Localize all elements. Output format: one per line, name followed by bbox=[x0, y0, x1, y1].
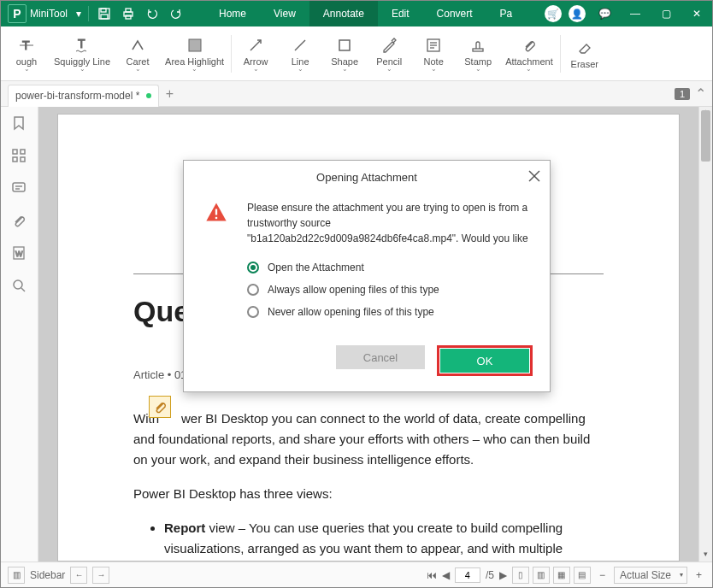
svg-text:T: T bbox=[78, 37, 85, 50]
menu-view[interactable]: View bbox=[260, 1, 309, 26]
svg-rect-22 bbox=[13, 183, 25, 191]
svg-line-28 bbox=[21, 288, 25, 291]
svg-line-11 bbox=[295, 40, 305, 50]
left-sidebar: W bbox=[1, 107, 38, 562]
dialog-close-button[interactable] bbox=[527, 169, 541, 183]
scroll-down-icon[interactable]: ▾ bbox=[699, 550, 712, 562]
list-item: Report view – You can use queries that y… bbox=[164, 518, 604, 562]
first-page-icon[interactable]: ⏮ bbox=[427, 569, 437, 581]
collapse-ribbon-button[interactable]: ⌃ bbox=[695, 85, 712, 102]
close-button[interactable]: ✕ bbox=[681, 1, 712, 26]
svg-text:W: W bbox=[15, 250, 23, 258]
paragraph: Power BI Desktop has three views: bbox=[133, 484, 604, 504]
search-icon[interactable] bbox=[11, 278, 28, 295]
word-export-icon[interactable]: W bbox=[11, 245, 28, 262]
option-never-allow[interactable]: Never allow opening files of this type bbox=[247, 306, 529, 318]
radio-icon bbox=[247, 306, 259, 318]
page-input[interactable] bbox=[455, 567, 480, 583]
next-page-icon[interactable]: ▶ bbox=[499, 569, 507, 581]
menu-annotate[interactable]: Annotate bbox=[309, 1, 378, 26]
undo-icon[interactable] bbox=[140, 1, 164, 26]
menu-edit[interactable]: Edit bbox=[378, 1, 423, 26]
app-logo: P bbox=[8, 4, 27, 23]
radio-icon bbox=[247, 262, 259, 273]
feedback-icon[interactable]: 💬 bbox=[589, 1, 620, 26]
tool-arrow[interactable]: Arrow⌄ bbox=[233, 28, 278, 79]
attachments-icon[interactable] bbox=[11, 213, 28, 230]
sidebar-label: Sidebar bbox=[30, 569, 65, 581]
option-open-attachment[interactable]: Open the Attachment bbox=[247, 262, 529, 273]
svg-rect-12 bbox=[339, 40, 350, 50]
tool-stamp[interactable]: Stamp⌄ bbox=[456, 28, 500, 79]
prev-page-icon[interactable]: ◀ bbox=[442, 569, 450, 581]
svg-rect-19 bbox=[21, 150, 25, 154]
title-bar: P MiniTool ▾ Home View Annotate Edit Con… bbox=[1, 1, 712, 26]
tool-area-highlight[interactable]: Area Highlight⌄ bbox=[160, 28, 229, 79]
nav-back-button[interactable]: ← bbox=[70, 567, 87, 584]
unsaved-dot-icon bbox=[146, 93, 151, 98]
scroll-thumb[interactable] bbox=[701, 110, 710, 162]
comments-icon[interactable] bbox=[11, 180, 28, 197]
new-tab-button[interactable]: + bbox=[159, 86, 180, 102]
view-single-icon[interactable]: ▯ bbox=[512, 567, 529, 584]
bookmark-icon[interactable] bbox=[11, 115, 28, 132]
redo-icon[interactable] bbox=[164, 1, 188, 26]
tool-attachment[interactable]: Attachment⌄ bbox=[500, 28, 558, 79]
tool-shape[interactable]: Shape⌄ bbox=[322, 28, 367, 79]
ribbon-toolbar: Tough⌄ TSquiggly Line⌄ Caret⌄ Area Highl… bbox=[1, 26, 712, 81]
page-total: /5 bbox=[486, 569, 494, 581]
tool-caret[interactable]: Caret⌄ bbox=[115, 28, 160, 79]
sidebar-toggle[interactable]: ▥ bbox=[8, 567, 25, 584]
svg-rect-1 bbox=[101, 9, 106, 12]
zoom-in-button[interactable]: + bbox=[692, 569, 705, 581]
print-icon[interactable] bbox=[116, 1, 140, 26]
status-bar: ▥ Sidebar ← → ⏮ ◀ /5 ▶ ▯ ▥ ▦ ▤ − Actual … bbox=[1, 562, 712, 587]
tool-strikethrough[interactable]: Tough⌄ bbox=[4, 28, 49, 79]
tool-squiggly[interactable]: TSquiggly Line⌄ bbox=[49, 28, 115, 79]
nav-forward-button[interactable]: → bbox=[92, 567, 109, 584]
dialog-title: Opening Attachment bbox=[184, 161, 550, 193]
opening-attachment-dialog: Opening Attachment Please ensure the att… bbox=[183, 160, 551, 392]
tool-line[interactable]: Line⌄ bbox=[278, 28, 322, 79]
attachment-marker[interactable] bbox=[149, 396, 171, 418]
dialog-message: Please ensure the attachment you are try… bbox=[247, 200, 529, 246]
view-book-icon[interactable]: ▤ bbox=[574, 567, 591, 584]
ok-highlight: OK bbox=[437, 345, 533, 376]
user-icon[interactable]: 👤 bbox=[569, 5, 586, 22]
view-facing-icon[interactable]: ▦ bbox=[553, 567, 570, 584]
vertical-scrollbar[interactable]: ▴ ▾ bbox=[698, 107, 712, 562]
svg-rect-21 bbox=[21, 157, 25, 162]
main-menu: Home View Annotate Edit Convert Pa bbox=[205, 1, 526, 26]
svg-rect-18 bbox=[13, 150, 17, 154]
warning-icon bbox=[204, 200, 247, 246]
svg-rect-9 bbox=[189, 39, 201, 51]
svg-rect-32 bbox=[215, 217, 217, 219]
app-name: MiniTool bbox=[30, 8, 73, 20]
zoom-select[interactable]: Actual Size▾ bbox=[614, 567, 687, 584]
radio-icon bbox=[247, 284, 259, 296]
svg-point-27 bbox=[14, 280, 22, 289]
svg-line-10 bbox=[250, 40, 261, 50]
cart-icon[interactable]: 🛒 bbox=[545, 5, 562, 22]
save-icon[interactable] bbox=[92, 1, 116, 26]
tool-pencil[interactable]: Pencil⌄ bbox=[367, 28, 411, 79]
menu-more[interactable]: Pa bbox=[486, 1, 527, 26]
zoom-out-button[interactable]: − bbox=[596, 569, 609, 581]
tab-label: power-bi-transform-model * bbox=[15, 90, 139, 102]
cancel-button[interactable]: Cancel bbox=[336, 345, 425, 369]
document-tabs: power-bi-transform-model * + 1 ⌃ bbox=[1, 81, 712, 107]
menu-home[interactable]: Home bbox=[205, 1, 260, 26]
minimize-button[interactable]: — bbox=[620, 1, 651, 26]
option-always-allow[interactable]: Always allow opening files of this type bbox=[247, 284, 529, 296]
paragraph: Withwer BI Desktop you can connect to th… bbox=[133, 409, 604, 470]
ok-button[interactable]: OK bbox=[440, 349, 529, 373]
tab-document[interactable]: power-bi-transform-model * bbox=[8, 85, 159, 107]
maximize-button[interactable]: ▢ bbox=[651, 1, 681, 26]
svg-rect-2 bbox=[101, 15, 108, 19]
tool-eraser[interactable]: Eraser bbox=[563, 28, 607, 79]
menu-convert[interactable]: Convert bbox=[423, 1, 486, 26]
view-continuous-icon[interactable]: ▥ bbox=[533, 567, 550, 584]
thumbnails-icon[interactable] bbox=[11, 148, 28, 165]
tool-note[interactable]: Note⌄ bbox=[411, 28, 456, 79]
app-dropdown[interactable]: ▾ bbox=[73, 8, 85, 20]
